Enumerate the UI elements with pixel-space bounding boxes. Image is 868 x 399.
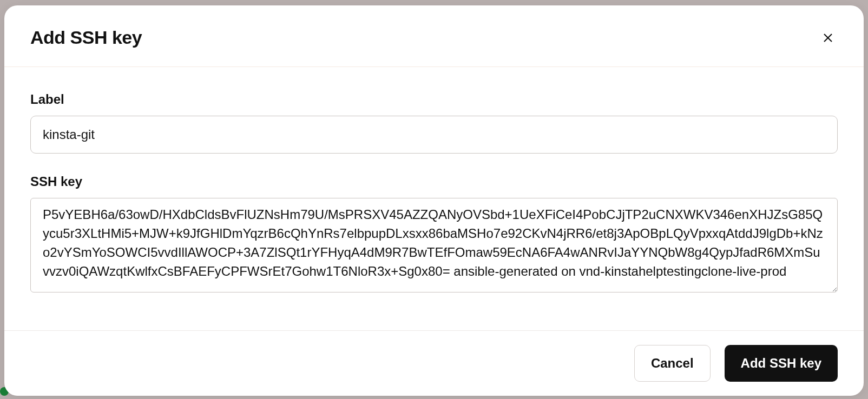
label-field-label: Label	[30, 92, 838, 107]
ssh-key-textarea-wrap	[30, 198, 838, 295]
modal-header: Add SSH key	[4, 5, 864, 67]
modal-title: Add SSH key	[30, 27, 142, 48]
ssh-key-textarea[interactable]	[30, 198, 838, 292]
modal-body: Label SSH key	[4, 67, 864, 330]
close-icon	[821, 31, 834, 44]
ssh-key-field-group: SSH key	[30, 174, 838, 295]
modal-footer: Cancel Add SSH key	[4, 330, 864, 396]
label-field-group: Label	[30, 92, 838, 154]
add-ssh-key-button[interactable]: Add SSH key	[725, 345, 838, 382]
add-ssh-key-modal: Add SSH key Label SSH key Cancel Add SSH…	[4, 5, 864, 396]
ssh-key-field-label: SSH key	[30, 174, 838, 189]
cancel-button[interactable]: Cancel	[634, 345, 711, 382]
close-button[interactable]	[818, 28, 838, 48]
label-input[interactable]	[30, 116, 838, 154]
